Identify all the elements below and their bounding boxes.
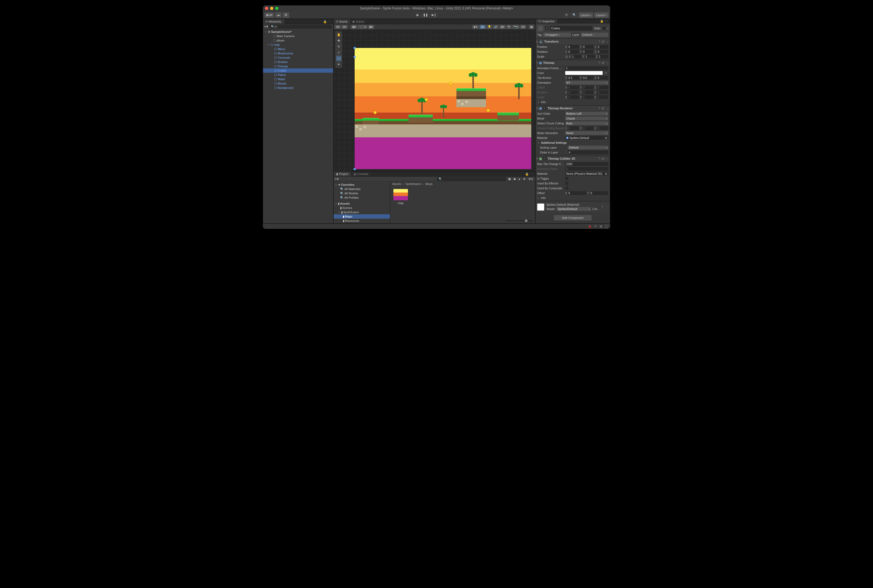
context-menu-icon[interactable]: ⋮ xyxy=(606,40,609,44)
help-icon[interactable]: ? xyxy=(598,61,600,64)
console-tab[interactable]: ▤ Console xyxy=(351,171,371,176)
anchor-z-input[interactable] xyxy=(597,76,608,80)
fav-all-materials[interactable]: 🔍 All Materials xyxy=(334,187,390,191)
statusbar-cache-icon[interactable]: ◑ xyxy=(599,225,602,228)
2d-toggle[interactable]: 2D xyxy=(479,25,486,29)
cloud-button[interactable]: ☁ xyxy=(275,12,282,18)
edit-button[interactable]: Edit... xyxy=(592,208,599,210)
grid-settings-button[interactable]: ▦ xyxy=(529,25,534,29)
hierarchy-tab[interactable]: ≡ Hierarchy xyxy=(263,19,284,24)
orientation-dropdown[interactable]: XY xyxy=(565,81,608,84)
search-filter-all[interactable]: ▣ xyxy=(507,177,512,181)
preset-icon[interactable]: ⇄ xyxy=(602,40,604,44)
help-icon[interactable]: ? xyxy=(598,40,600,44)
snap-settings-button[interactable]: ▦▾ xyxy=(368,25,374,29)
menu-icon[interactable]: ⋮ xyxy=(531,172,534,176)
position-y-input[interactable] xyxy=(582,45,594,49)
selection-handle[interactable] xyxy=(354,168,356,170)
mode-dropdown[interactable]: Chunk xyxy=(565,117,608,120)
view-tool[interactable]: ✋ xyxy=(336,32,342,38)
lock-icon[interactable]: 🔒 xyxy=(600,20,604,23)
settings-gear-button[interactable]: ⚙ xyxy=(283,12,289,18)
lock-icon[interactable]: 🔒 xyxy=(323,20,327,23)
scene-viewport[interactable]: ✋ ✥ ↻ ⤢ ▭ ✦ xyxy=(334,30,535,171)
fav-all-models[interactable]: 🔍 All Models xyxy=(334,191,390,195)
inspector-tab[interactable]: ⓘ Inspector xyxy=(536,19,557,23)
hierarchy-item-main-camera[interactable]: Main Camera xyxy=(263,34,333,38)
fx-stack-toggle[interactable]: ▤▾ xyxy=(499,25,506,29)
tmcol-material-field[interactable]: None (Physics Material 2D)⊙ xyxy=(565,172,608,176)
move-tool[interactable]: ✥ xyxy=(336,38,342,44)
anchor-y-input[interactable] xyxy=(582,76,594,80)
shader-dropdown[interactable]: Sprites/Default xyxy=(556,207,591,211)
rect-tool[interactable]: ▭ xyxy=(336,56,342,61)
statusbar-progress-icon[interactable]: ◯ xyxy=(605,225,608,228)
rotation-x-input[interactable] xyxy=(568,50,579,54)
menu-icon[interactable]: ⋮ xyxy=(605,20,608,23)
asset-map[interactable]: map xyxy=(393,189,408,205)
rotate-tool[interactable]: ↻ xyxy=(336,44,342,49)
max-tile-change-input[interactable] xyxy=(565,162,608,166)
transform-tool[interactable]: ✦ xyxy=(336,62,342,67)
is-trigger-checkbox[interactable] xyxy=(565,177,568,180)
scale-link-icon[interactable]: ⛓ xyxy=(565,55,568,58)
hierarchy-item-bushes[interactable]: Bushes xyxy=(263,60,333,64)
breadcrumb-spritefusion[interactable]: Spritefusion xyxy=(405,182,421,186)
undo-history-button[interactable]: ↺ xyxy=(563,12,570,18)
camera-mode-dropdown[interactable]: 📷▾ xyxy=(512,25,519,29)
pause-button[interactable]: ❚❚ xyxy=(422,12,429,18)
hierarchy-item-palms[interactable]: Palms xyxy=(263,73,333,77)
hierarchy-item-water[interactable]: Water xyxy=(263,77,333,81)
search-filter-type[interactable]: ◆ xyxy=(512,177,517,181)
create-dropdown[interactable]: +▾ xyxy=(264,24,268,28)
hierarchy-item-crates[interactable]: Crates xyxy=(263,68,333,73)
selection-handle[interactable] xyxy=(354,47,356,49)
rotation-z-input[interactable] xyxy=(597,50,608,54)
scene-visibility-toggle[interactable]: 👁 xyxy=(506,25,512,29)
lighting-toggle[interactable]: 💡 xyxy=(486,25,492,29)
menu-icon[interactable]: ⋮ xyxy=(531,20,534,23)
gameobject-name-input[interactable]: Crates xyxy=(550,26,592,31)
tmr-material-field[interactable]: Sprites-Default⊙ xyxy=(565,136,608,140)
step-button[interactable]: ▶❙ xyxy=(430,12,438,18)
packages-root[interactable]: ▸▮ Packages xyxy=(334,223,390,223)
layer-dropdown[interactable]: Default xyxy=(581,33,608,37)
thumbnail-size-slider[interactable] xyxy=(506,220,532,221)
tag-dropdown[interactable]: Untagged xyxy=(543,33,571,37)
project-create-dropdown[interactable]: +▾ xyxy=(335,177,339,181)
window-close-button[interactable] xyxy=(265,7,268,10)
audio-toggle[interactable]: 🔊 xyxy=(493,25,499,29)
component-header-tilemap[interactable]: ▾▦Tilemap?⇄⋮ xyxy=(536,60,610,65)
menu-icon[interactable]: ⋮ xyxy=(328,20,332,23)
project-search-input[interactable]: 🔍 xyxy=(436,177,507,181)
preset-icon[interactable]: ⇄ xyxy=(602,157,604,160)
anchor-x-input[interactable] xyxy=(568,76,579,80)
hierarchy-item-mushrooms[interactable]: Mushrooms xyxy=(263,51,333,56)
statusbar-bug-icon[interactable]: 🐞 xyxy=(588,225,592,228)
material-preview-box[interactable]: Sprites-Default (Material) Shader Sprite… xyxy=(536,201,610,212)
scene-tab[interactable]: # Scene xyxy=(334,19,350,24)
hierarchy-item-coconuts[interactable]: Coconuts xyxy=(263,56,333,60)
scale-tool[interactable]: ⤢ xyxy=(336,50,342,55)
col-offset-x-input[interactable] xyxy=(568,191,586,195)
help-icon[interactable]: ? xyxy=(598,157,600,160)
window-minimize-button[interactable] xyxy=(270,7,273,10)
hierarchy-item-player[interactable]: player xyxy=(263,38,333,42)
hierarchy-item-pickups[interactable]: Pickups xyxy=(263,64,333,68)
scale-x-input[interactable] xyxy=(572,55,581,58)
object-picker-icon[interactable]: ⊙ xyxy=(605,172,607,176)
preset-icon[interactable]: ⇄ xyxy=(602,61,604,64)
context-menu-icon[interactable]: ⋮ xyxy=(606,157,609,160)
context-menu-icon[interactable]: ⋮ xyxy=(606,106,609,110)
hierarchy-item-blocks[interactable]: Blocks xyxy=(263,81,333,86)
hierarchy-item-background[interactable]: Background xyxy=(263,86,333,90)
order-in-layer-input[interactable] xyxy=(568,150,608,154)
global-search-button[interactable]: 🔍 xyxy=(571,12,578,18)
assets-maps[interactable]: ▮ Maps xyxy=(334,214,390,219)
component-header-tmcol[interactable]: ▾▦Tilemap Collider 2D?⇄⋮ xyxy=(536,156,610,161)
account-button[interactable]: ◉ H ▾ xyxy=(264,12,274,18)
assets-root[interactable]: ▾▮ Assets xyxy=(334,201,390,206)
breadcrumb-assets[interactable]: Assets xyxy=(392,182,401,186)
search-filter-label[interactable]: ● xyxy=(517,177,521,181)
snap-increment-toggle[interactable]: ⋮⋮▾ xyxy=(358,25,367,29)
